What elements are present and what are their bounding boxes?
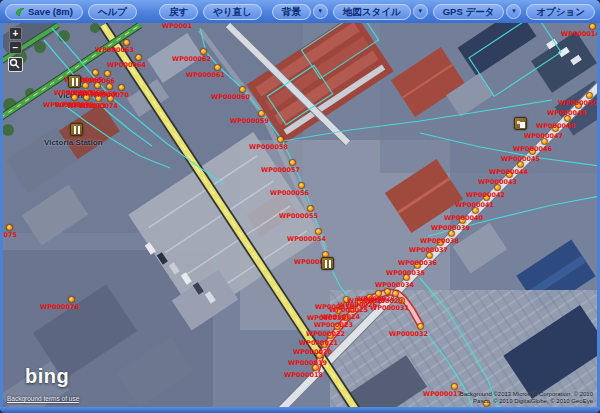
background-dropdown-arrow-icon[interactable]: ▼	[313, 4, 328, 19]
waypoint-marker[interactable]	[92, 69, 99, 76]
save-button[interactable]: Save (8m)	[5, 4, 83, 20]
save-button-label: Save (8m)	[28, 5, 73, 19]
waypoint-marker[interactable]	[529, 148, 536, 155]
waypoint-marker[interactable]	[95, 95, 102, 102]
gps-data-dropdown-arrow-icon[interactable]: ▼	[506, 4, 521, 19]
waypoint-marker[interactable]	[459, 217, 466, 224]
waypoint-marker[interactable]	[214, 64, 221, 71]
waypoint-marker[interactable]	[277, 136, 284, 143]
redo-button[interactable]: やり直し	[203, 4, 262, 20]
waypoint-marker[interactable]	[403, 274, 410, 281]
save-arrow-icon	[15, 7, 25, 17]
waypoint-marker[interactable]	[334, 323, 341, 330]
waypoint-marker[interactable]	[448, 230, 455, 237]
waypoint-marker[interactable]	[68, 296, 75, 303]
redo-button-label: やり直し	[213, 5, 252, 19]
waypoint-marker[interactable]	[94, 82, 101, 89]
waypoint-marker[interactable]	[451, 383, 458, 390]
waypoint-marker[interactable]	[589, 23, 596, 30]
waypoint-marker[interactable]	[343, 296, 350, 303]
map-style-button-group: 地図スタイル ▼	[333, 4, 428, 20]
waypoint-marker[interactable]	[398, 297, 405, 304]
waypoint-marker[interactable]	[564, 115, 571, 122]
background-button-label: 背景	[282, 5, 301, 19]
options-button[interactable]: オプション	[526, 4, 595, 20]
waypoint-marker[interactable]	[239, 86, 246, 93]
waypoint-marker[interactable]	[135, 54, 142, 61]
waypoint-marker[interactable]	[437, 239, 444, 246]
background-button-group: 背景 ▼	[272, 4, 328, 20]
editor-window: Save (8m) ヘルプ 戻す やり直し 背景 ▼ 地図スタイル ▼ GPS …	[0, 0, 600, 413]
waypoint-marker[interactable]	[200, 48, 207, 55]
shop-icon[interactable]	[514, 117, 527, 130]
waypoint-marker[interactable]	[384, 288, 391, 295]
waypoint-marker[interactable]	[335, 307, 342, 314]
waypoint-marker[interactable]	[307, 205, 314, 212]
waypoint-marker[interactable]	[82, 82, 89, 89]
waypoint-marker[interactable]	[586, 92, 593, 99]
waypoint-marker[interactable]	[375, 290, 382, 297]
waypoint-marker[interactable]	[327, 332, 334, 339]
waypoint-marker[interactable]	[289, 159, 296, 166]
waypoint-marker[interactable]	[342, 314, 349, 321]
waypoint-marker[interactable]	[392, 290, 399, 297]
waypoint-marker[interactable]	[312, 364, 319, 371]
waypoint-marker[interactable]	[366, 294, 373, 301]
waypoint-marker[interactable]	[472, 207, 479, 214]
waypoint-marker[interactable]	[414, 262, 421, 269]
waypoint-marker[interactable]	[71, 94, 78, 101]
top-toolbar: Save (8m) ヘルプ 戻す やり直し 背景 ▼ 地図スタイル ▼ GPS …	[0, 0, 600, 23]
waypoint-marker[interactable]	[118, 84, 125, 91]
waypoint-marker[interactable]	[483, 400, 490, 407]
gps-data-button-label: GPS データ	[443, 5, 495, 19]
help-button-label: ヘルプ	[98, 5, 127, 19]
waypoint-marker[interactable]	[575, 102, 582, 109]
background-terms-link[interactable]: Background terms of use	[7, 395, 79, 402]
waypoint-marker[interactable]	[506, 171, 513, 178]
waypoint-marker[interactable]	[552, 125, 559, 132]
undo-button[interactable]: 戻す	[159, 4, 198, 20]
waypoint-marker[interactable]	[417, 323, 424, 330]
waypoint-marker[interactable]	[316, 352, 323, 359]
waypoint-marker[interactable]	[517, 161, 524, 168]
satellite-imagery	[3, 23, 597, 407]
undo-button-label: 戻す	[169, 5, 188, 19]
map-style-button[interactable]: 地図スタイル	[333, 4, 411, 20]
window-bottom-frame	[0, 407, 600, 413]
waypoint-marker[interactable]	[426, 252, 433, 259]
waypoint-marker[interactable]	[107, 95, 114, 102]
waypoint-marker[interactable]	[541, 138, 548, 145]
waypoint-marker[interactable]	[258, 110, 265, 117]
waypoint-marker[interactable]	[483, 194, 490, 201]
restaurant-icon[interactable]	[70, 123, 83, 136]
background-button[interactable]: 背景	[272, 4, 311, 20]
waypoint-marker[interactable]	[349, 306, 356, 313]
waypoint-marker[interactable]	[494, 184, 501, 191]
waypoint-marker[interactable]	[104, 70, 111, 77]
magnifier-icon	[9, 58, 20, 69]
zoom-out-button[interactable]: −	[9, 41, 22, 54]
waypoint-marker[interactable]	[106, 83, 113, 90]
map-canvas[interactable]: + − WP000018WP000019WP000020WP000021WP00…	[3, 23, 597, 407]
restaurant-icon[interactable]	[68, 75, 81, 88]
map-style-dropdown-arrow-icon[interactable]: ▼	[413, 4, 428, 19]
waypoint-marker[interactable]	[6, 224, 13, 231]
waypoint-marker[interactable]	[321, 341, 328, 348]
waypoint-marker[interactable]	[298, 182, 305, 189]
help-button[interactable]: ヘルプ	[88, 4, 137, 20]
zoom-in-button[interactable]: +	[9, 27, 22, 40]
waypoint-marker[interactable]	[357, 299, 364, 306]
gps-data-button-group: GPS データ ▼	[433, 4, 522, 20]
waypoint-marker[interactable]	[315, 228, 322, 235]
restaurant-icon[interactable]	[321, 257, 334, 270]
gps-data-button[interactable]: GPS データ	[433, 4, 505, 20]
options-button-label: オプション	[536, 5, 585, 19]
map-style-button-label: 地図スタイル	[343, 5, 401, 19]
waypoint-marker[interactable]	[83, 94, 90, 101]
waypoint-marker[interactable]	[123, 39, 130, 46]
zoom-search-button[interactable]	[8, 57, 23, 72]
